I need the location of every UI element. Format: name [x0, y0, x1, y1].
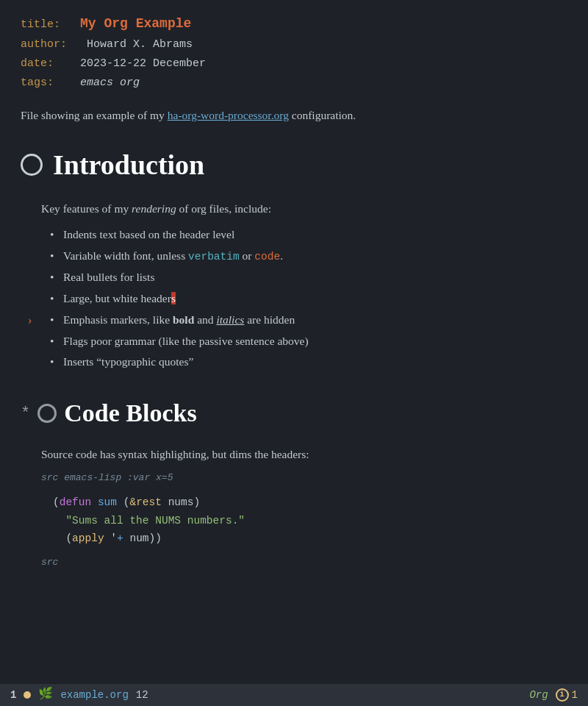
intro-link[interactable]: ha-org-word-processor.org	[168, 109, 289, 121]
section1-body: Key features of my rendering of org file…	[41, 200, 567, 218]
meta-tags-line: tags: emacs org	[21, 74, 567, 92]
meta-title-line: title: My Org Example	[21, 13, 567, 35]
cursor: s	[171, 292, 176, 304]
intro-text-before: File showing an example of my	[21, 109, 168, 121]
status-dot-icon	[24, 691, 31, 699]
heading2-prefix-icon: *	[21, 401, 30, 427]
list-item: Real bullets for lists	[50, 268, 567, 287]
list-item: Large, but white headers	[50, 290, 567, 308]
meta-tags-key: tags:	[21, 76, 54, 89]
code-line-2: "Sums all the NUMS numbers."	[53, 512, 535, 530]
meta-author-line: author: Howard X. Abrams	[21, 36, 567, 54]
list-item-text: Flags poor grammar (like the passive sen…	[63, 335, 309, 347]
margin-arrow-icon: ›	[28, 311, 32, 330]
status-mode: Org	[529, 687, 548, 703]
heading1-circle-icon	[21, 154, 43, 176]
list-item: Inserts “typographic quotes”	[50, 353, 567, 371]
list-item: Flags poor grammar (like the passive sen…	[50, 332, 567, 351]
status-column: 12	[136, 687, 148, 703]
section1-title: Introduction	[53, 143, 204, 188]
meta-author-key: author:	[21, 38, 67, 51]
status-info-block: i 1	[556, 687, 578, 703]
list-item-text: Indents text based on the header level	[63, 228, 234, 240]
meta-title-value: My Org Example	[80, 16, 191, 31]
list-item-text: Real bullets for lists	[63, 271, 154, 283]
list-item: Indents text based on the header level	[50, 226, 567, 244]
italic-text: italics	[216, 313, 244, 326]
code-text: code	[254, 251, 280, 263]
list-item-text: Emphasis markers, like bold and italics …	[63, 313, 295, 326]
meta-date-value: 2023-12-22 December	[80, 57, 206, 70]
verbatim-text: verbatim	[188, 251, 240, 263]
meta-date-key: date:	[21, 57, 54, 70]
section2-body: Source code has syntax highlighting, but…	[41, 446, 567, 464]
meta-title-key: title:	[21, 18, 60, 31]
section1-body-text: Key features of my	[41, 202, 132, 215]
status-bar: 1 🌿 example.org 12 Org i 1	[0, 684, 588, 706]
code-line-3: (apply '+ num))	[53, 530, 535, 548]
list-item-text: Inserts “typographic quotes”	[63, 355, 193, 368]
section1-body-after: of org files, include:	[176, 202, 271, 215]
metadata-block: title: My Org Example author: Howard X. …	[21, 13, 567, 92]
intro-text-after: configuration.	[289, 109, 356, 121]
status-emacs-icon: 🌿	[38, 685, 53, 705]
status-filename[interactable]: example.org	[60, 687, 128, 703]
list-item: Variable width font, unless verbatim or …	[50, 247, 567, 265]
code-line-1: (defun sum (&rest nums)	[53, 493, 535, 512]
status-info-circle-icon: i	[556, 688, 569, 702]
meta-date-line: date: 2023-12-22 December	[21, 55, 567, 73]
section2-heading: * Code Blocks	[21, 393, 567, 433]
code-block-footer: src	[41, 555, 567, 571]
section1-body-italic: rendering	[132, 202, 176, 215]
meta-tags-value: emacs org	[80, 76, 140, 89]
list-item-text: Large, but white headers	[63, 292, 176, 304]
status-info-count: 1	[572, 687, 578, 703]
code-block-header: src emacs-lisp :var x=5	[41, 471, 567, 486]
bold-text: bold	[173, 313, 194, 326]
heading2-circle-icon	[37, 404, 57, 423]
status-line-number: 1	[10, 687, 16, 703]
intro-paragraph: File showing an example of my ha-org-wor…	[21, 107, 567, 125]
code-block: (defun sum (&rest nums) "Sums all the NU…	[41, 486, 547, 555]
section2-title: Code Blocks	[64, 393, 196, 433]
section1-bullet-list: Indents text based on the header level V…	[50, 226, 567, 371]
list-item-with-margin-arrow: › Emphasis markers, like bold and italic…	[50, 311, 567, 329]
section1-heading: Introduction	[21, 143, 567, 188]
list-item-text: Variable width font, unless verbatim or …	[63, 249, 283, 262]
meta-author-value: Howard X. Abrams	[87, 38, 193, 51]
